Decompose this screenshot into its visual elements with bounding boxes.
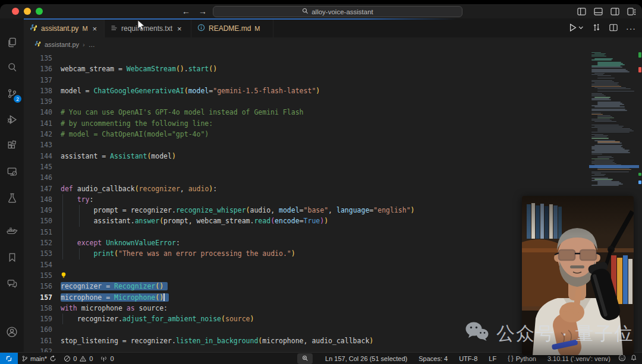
code-line[interactable]: 146	[24, 172, 642, 183]
line-number[interactable]: 136	[24, 64, 52, 74]
line-number[interactable]: 162	[24, 346, 52, 352]
line-number[interactable]: 155	[24, 270, 52, 281]
ports-count: 0	[110, 355, 114, 362]
run-python-file-button[interactable]	[569, 23, 584, 34]
line-number[interactable]: 141	[24, 118, 52, 129]
run-debug-icon[interactable]	[0, 107, 24, 131]
code-line[interactable]: 138model = ChatGoogleGenerativeAI(model=…	[24, 86, 642, 96]
explorer-icon[interactable]	[0, 30, 24, 54]
code-line[interactable]: 143	[24, 140, 642, 150]
code-line[interactable]: 144assistant = Assistant(model)	[24, 151, 642, 162]
code-line[interactable]: 136webcam_stream = WebcamStream().start(…	[24, 64, 642, 74]
breadcrumb-symbol[interactable]: …	[89, 41, 95, 48]
ruler-added-mark	[638, 173, 641, 176]
accounts-icon[interactable]	[0, 320, 24, 344]
ports-item[interactable]: 0	[96, 353, 117, 364]
notifications-bell-icon[interactable]	[630, 354, 637, 363]
history-back-button[interactable]: ←	[182, 7, 190, 16]
line-number[interactable]: 150	[24, 216, 52, 226]
tab-label: assistant.py	[41, 24, 78, 33]
line-number[interactable]: 161	[24, 335, 52, 346]
magnifier-badge[interactable]	[297, 353, 313, 364]
close-tab-icon[interactable]: ×	[177, 25, 182, 33]
tab-assistant-py[interactable]: assistant.py M ×	[24, 20, 105, 37]
line-number[interactable]: 154	[24, 259, 52, 270]
more-actions-icon[interactable]: ···	[626, 24, 636, 33]
source-control-icon[interactable]: 2	[0, 81, 24, 105]
code-line[interactable]: 139	[24, 96, 642, 107]
history-forward-button[interactable]: →	[199, 7, 207, 16]
code-line[interactable]: 135	[24, 53, 642, 64]
line-number[interactable]: 142	[24, 129, 52, 140]
customize-layout-icon[interactable]	[627, 8, 636, 15]
feedback-smiley-icon[interactable]	[618, 354, 626, 363]
bookmarks-icon[interactable]	[0, 245, 24, 269]
line-number[interactable]: 149	[24, 205, 52, 216]
line-number[interactable]: 156	[24, 281, 52, 292]
line-number[interactable]: 139	[24, 96, 52, 107]
line-number[interactable]: 138	[24, 86, 52, 96]
code-line[interactable]: 137	[24, 75, 642, 86]
line-number[interactable]: 143	[24, 140, 52, 150]
split-editor-icon[interactable]	[609, 23, 618, 34]
tab-requirements-txt[interactable]: requirements.txt ×	[105, 20, 191, 37]
line-number[interactable]: 159	[24, 314, 52, 324]
minimap-selection	[589, 165, 639, 168]
line-number[interactable]: 148	[24, 194, 52, 205]
docker-icon[interactable]	[0, 219, 24, 243]
activity-bar: 2	[0, 18, 24, 352]
braces-icon: { }	[508, 355, 513, 362]
close-window-button[interactable]	[12, 8, 19, 15]
toggle-secondary-sidebar-icon[interactable]	[610, 8, 619, 15]
minimize-window-button[interactable]	[24, 8, 31, 15]
line-number[interactable]: 144	[24, 151, 52, 162]
line-number[interactable]: 157	[24, 292, 52, 303]
code-line[interactable]: 142# model = ChatOpenAI(model="gpt-4o")	[24, 129, 642, 140]
chevron-right-icon: ›	[83, 41, 85, 48]
indentation-item[interactable]: Spaces: 4	[415, 353, 451, 364]
branch-name: main*	[30, 355, 47, 362]
breadcrumb-file[interactable]: assistant.py	[45, 41, 79, 48]
line-number[interactable]: 145	[24, 162, 52, 172]
search-icon	[302, 8, 309, 15]
open-changes-icon[interactable]	[592, 23, 601, 34]
toggle-panel-icon[interactable]	[594, 8, 603, 15]
line-number[interactable]: 160	[24, 324, 52, 335]
code-line[interactable]: 140# You can use OpenAI's GPT-4o model i…	[24, 107, 642, 118]
close-tab-icon[interactable]: ×	[93, 25, 97, 33]
line-number[interactable]: 140	[24, 107, 52, 118]
code-line[interactable]: 141# by uncommenting the following line:	[24, 118, 642, 129]
eol-item[interactable]: LF	[485, 353, 500, 364]
toggle-sidebar-icon[interactable]	[577, 8, 586, 15]
cursor-position-item[interactable]: Ln 157, Col 26 (51 selected)	[322, 353, 411, 364]
line-number[interactable]: 153	[24, 248, 52, 259]
command-center-search[interactable]: alloy-voice-assistant	[213, 6, 462, 17]
line-number[interactable]: 137	[24, 75, 52, 86]
line-number[interactable]: 146	[24, 172, 52, 183]
encoding-item[interactable]: UTF-8	[455, 353, 481, 364]
line-number[interactable]: 158	[24, 303, 52, 314]
tab-bar: assistant.py M × requirements.txt × READ…	[24, 18, 642, 37]
text-caret	[163, 293, 165, 301]
tab-readme-md[interactable]: README.md M	[191, 20, 273, 37]
problems-item[interactable]: 0 0	[60, 353, 96, 364]
minimap[interactable]	[590, 52, 638, 190]
extensions-icon[interactable]	[0, 134, 24, 157]
testing-icon[interactable]	[0, 186, 24, 210]
remote-explorer-icon[interactable]	[0, 160, 24, 183]
remote-indicator[interactable]	[0, 353, 18, 364]
line-number[interactable]: 135	[24, 53, 52, 64]
ruler-added-mark	[638, 52, 641, 58]
comments-icon[interactable]	[0, 271, 24, 295]
search-sidebar-icon[interactable]	[0, 55, 24, 79]
line-number[interactable]: 152	[24, 238, 52, 248]
breadcrumb: assistant.py › …	[24, 37, 642, 51]
code-line[interactable]: 147def audio_callback(recognizer, audio)…	[24, 183, 642, 194]
line-number[interactable]: 147	[24, 183, 52, 194]
modified-badge: M	[254, 25, 260, 32]
maximize-window-button[interactable]	[36, 8, 43, 15]
overview-ruler	[638, 51, 642, 352]
code-line[interactable]: 145	[24, 162, 642, 172]
line-number[interactable]: 151	[24, 227, 52, 238]
git-branch-item[interactable]: main*	[18, 353, 60, 364]
